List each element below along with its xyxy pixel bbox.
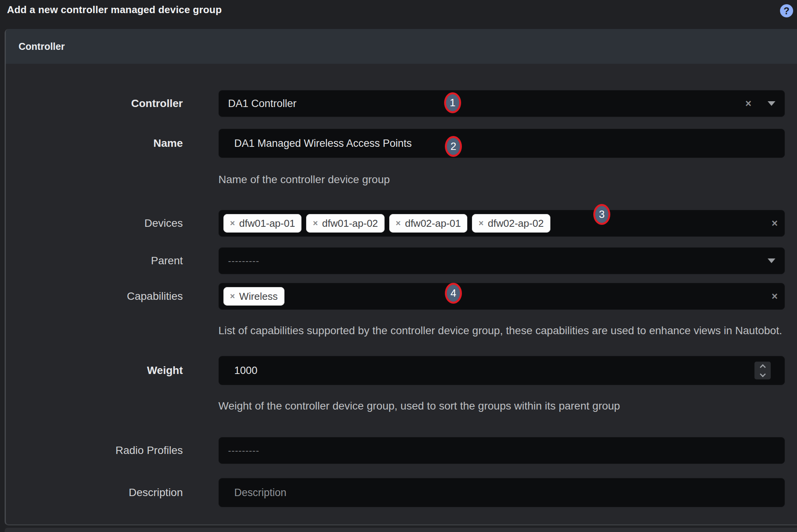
form-row-controller: Controller DA1 Controller ×	[6, 90, 785, 117]
stepper-up-icon[interactable]	[760, 364, 766, 370]
field-label-name: Name	[6, 129, 183, 158]
capabilities-clear-icon[interactable]: ×	[771, 291, 778, 302]
field-label-controller: Controller	[6, 90, 183, 117]
form-row-devices: Devices × dfw01-ap-01 × dfw01-ap-02 ×	[6, 210, 785, 237]
weight-help-text: Weight of the controller device group, u…	[218, 396, 785, 416]
capability-tag-label: Wireless	[239, 291, 278, 303]
device-tag: × dfw02-ap-02	[472, 214, 550, 233]
tag-remove-icon[interactable]: ×	[479, 219, 484, 228]
capability-tag: × Wireless	[223, 287, 284, 306]
controller-select-value: DA1 Controller	[228, 98, 296, 110]
description-input[interactable]	[218, 478, 785, 507]
parent-select[interactable]: ---------	[218, 247, 785, 274]
device-tag-label: dfw02-ap-01	[405, 218, 461, 229]
device-tag: × dfw01-ap-01	[223, 214, 301, 233]
device-tag-label: dfw01-ap-02	[322, 218, 378, 229]
device-tag-label: dfw02-ap-02	[488, 218, 544, 229]
field-label-devices: Devices	[6, 210, 183, 237]
help-icon[interactable]: ?	[780, 4, 793, 17]
panel-header-title: Controller	[19, 41, 65, 52]
field-label-weight: Weight	[6, 356, 183, 385]
capabilities-help-text: List of capabilities supported by the co…	[218, 321, 785, 341]
tag-remove-icon[interactable]: ×	[313, 219, 318, 228]
controller-select[interactable]: DA1 Controller ×	[218, 90, 785, 117]
annotation-badge-2: 2	[445, 136, 462, 157]
radio-profiles-placeholder: ---------	[228, 445, 259, 456]
form-row-radio-profiles: Radio Profiles ---------	[6, 437, 785, 464]
form-row-capabilities: Capabilities × Wireless × List of capabi…	[6, 283, 785, 341]
field-label-radio-profiles: Radio Profiles	[6, 437, 183, 464]
devices-multiselect[interactable]: × dfw01-ap-01 × dfw01-ap-02 × dfw02-ap-0…	[218, 210, 785, 237]
form-row-weight: Weight Weight of the controller device g…	[6, 356, 785, 416]
tag-remove-icon[interactable]: ×	[396, 219, 401, 228]
weight-stepper[interactable]	[754, 362, 771, 379]
devices-clear-icon[interactable]: ×	[771, 218, 778, 229]
name-help-text: Name of the controller device group	[218, 170, 785, 190]
annotation-badge-1: 1	[444, 92, 461, 113]
field-label-capabilities: Capabilities	[6, 283, 183, 310]
radio-profiles-multiselect[interactable]: ---------	[218, 437, 785, 464]
device-tag-label: dfw01-ap-01	[239, 218, 295, 229]
tag-remove-icon[interactable]: ×	[230, 219, 235, 228]
parent-caret-icon[interactable]	[768, 258, 775, 263]
controller-caret-icon[interactable]	[768, 101, 775, 106]
device-tag: × dfw01-ap-02	[306, 214, 384, 233]
field-label-description: Description	[6, 478, 183, 507]
device-tag: × dfw02-ap-01	[389, 214, 467, 233]
form-row-name: Name Name of the controller device group	[6, 129, 785, 190]
panel-header: Controller	[6, 29, 797, 64]
form-panel: Controller Controller DA1 Controller × N…	[5, 29, 797, 525]
weight-input[interactable]	[218, 356, 785, 385]
field-label-parent: Parent	[6, 247, 183, 274]
controller-clear-icon[interactable]: ×	[745, 99, 751, 109]
tag-remove-icon[interactable]: ×	[230, 292, 235, 301]
page-title: Add a new controller managed device grou…	[7, 4, 222, 16]
form-body: Controller DA1 Controller × Name Name of…	[6, 64, 797, 522]
capabilities-multiselect[interactable]: × Wireless ×	[218, 283, 785, 310]
form-row-parent: Parent ---------	[6, 247, 785, 274]
annotation-badge-3: 3	[593, 204, 610, 225]
form-row-description: Description	[6, 478, 785, 507]
parent-select-placeholder: ---------	[228, 255, 259, 266]
next-panel-edge	[5, 528, 797, 532]
annotation-badge-4: 4	[445, 283, 462, 304]
stepper-down-icon[interactable]	[760, 371, 766, 377]
name-input[interactable]	[218, 129, 785, 158]
